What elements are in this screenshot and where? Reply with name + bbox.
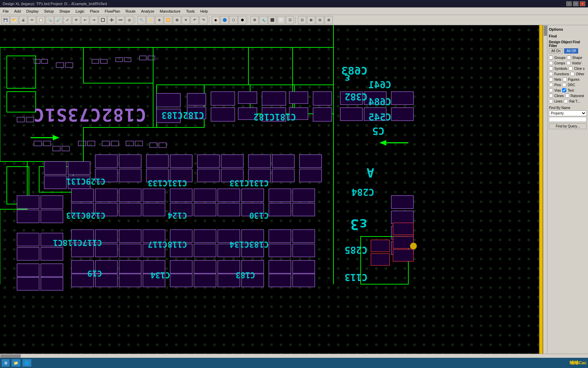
- checkbox-shape[interactable]: [567, 56, 571, 60]
- filter-item-vias: Vias: [549, 88, 561, 92]
- toolbar-button-39[interactable]: ⊞: [325, 16, 333, 24]
- pcb-scroll-thumb[interactable]: [544, 26, 547, 36]
- close-button[interactable]: ×: [580, 1, 585, 6]
- svg-rect-98: [17, 247, 39, 260]
- checkbox-row-4: SymbolsCline s: [549, 66, 587, 71]
- toolbar-button-33[interactable]: ⬜: [277, 16, 285, 24]
- toolbar-button-12[interactable]: ➕: [108, 16, 116, 24]
- checkbox-text[interactable]: [562, 88, 566, 92]
- toolbar-button-8[interactable]: ⟳: [72, 16, 80, 24]
- menu-item-route[interactable]: Route: [123, 7, 138, 15]
- toolbar-button-2[interactable]: 🖨: [19, 16, 27, 24]
- svg-rect-74: [17, 210, 39, 223]
- toolbar-button-32[interactable]: ⬛: [268, 16, 276, 24]
- checkbox-clines[interactable]: [569, 66, 573, 71]
- checkbox-vias[interactable]: [549, 88, 553, 92]
- toolbar-button-18[interactable]: ⊕: [155, 16, 163, 24]
- all-off-button[interactable]: All Off: [564, 48, 578, 53]
- toolbar-button-28[interactable]: ⬢: [238, 16, 246, 24]
- toolbar-button-4[interactable]: 📋: [37, 16, 45, 24]
- taskbar-btn-2[interactable]: 📁: [11, 359, 21, 367]
- toolbar-button-19[interactable]: 🔀: [164, 16, 172, 24]
- toolbar-button-16[interactable]: 🔧: [137, 16, 146, 24]
- toolbar-button-21[interactable]: ✕: [182, 16, 190, 24]
- checkbox-functions[interactable]: [549, 72, 553, 76]
- svg-rect-45: [289, 92, 308, 104]
- pcb-canvas[interactable]: C683 C641 C684 C545 С182С183 С181С182 С1…: [0, 25, 543, 354]
- taskbar-btn-3[interactable]: 🌐: [22, 359, 32, 367]
- find-by-name-select[interactable]: PropertyNetRefDesPin: [549, 110, 587, 116]
- checkbox-lines[interactable]: [549, 99, 553, 103]
- svg-rect-50: [44, 162, 66, 174]
- toolbar-button-5[interactable]: 🔍: [46, 16, 54, 24]
- toolbar-button-30[interactable]: ⚙: [250, 16, 259, 24]
- maximize-button[interactable]: □: [573, 1, 578, 6]
- toolbar-button-7[interactable]: ⤢: [63, 16, 71, 24]
- svg-rect-96: [17, 233, 39, 246]
- toolbar-button-37[interactable]: ⊠: [307, 16, 315, 24]
- toolbar-button-23[interactable]: ↷: [199, 16, 208, 24]
- gold-strip: [539, 25, 543, 354]
- checkbox-ratsnest[interactable]: [565, 94, 569, 98]
- toolbar-button-9[interactable]: ↩: [81, 16, 89, 24]
- taskbar-btn-1[interactable]: 🖥: [1, 359, 10, 367]
- checkbox-label-pins: Pins: [554, 83, 561, 87]
- menu-item-shape[interactable]: Shape: [56, 7, 73, 15]
- toolbar-button-26[interactable]: 🔵: [220, 16, 229, 24]
- menu-item-setup[interactable]: Setup: [41, 7, 56, 15]
- filter-item-comps: Comps: [549, 61, 565, 65]
- checkbox-row-6: FunctionsOther: [549, 71, 587, 77]
- svg-rect-126: [119, 260, 141, 273]
- svg-rect-44: [262, 92, 286, 105]
- svg-rect-37: [187, 93, 206, 105]
- svg-rect-102: [119, 230, 141, 243]
- minimize-button[interactable]: −: [566, 1, 572, 6]
- find-name-input[interactable]: [549, 117, 587, 122]
- checkbox-voids[interactable]: [567, 61, 571, 65]
- checkbox-comps[interactable]: [549, 61, 553, 65]
- pcb-vertical-scrollbar[interactable]: [543, 25, 547, 354]
- all-on-button[interactable]: All On: [549, 48, 563, 53]
- toolbar-button-14[interactable]: ◎: [125, 16, 133, 24]
- menu-item-analyze[interactable]: Analyze: [138, 7, 157, 15]
- toolbar-button-17[interactable]: ⚡: [146, 16, 154, 24]
- pcb-hscroll-thumb[interactable]: [0, 354, 21, 358]
- checkbox-groups[interactable]: [549, 56, 553, 60]
- toolbar-button-27[interactable]: ⬡: [229, 16, 238, 24]
- toolbar-button-22[interactable]: ↶: [191, 16, 199, 24]
- toolbar-button-1[interactable]: 📂: [10, 16, 18, 24]
- toolbar-button-0[interactable]: 💾: [1, 16, 10, 24]
- toolbar-button-36[interactable]: ⊡: [298, 16, 306, 24]
- toolbar-button-34[interactable]: ☑: [286, 16, 294, 24]
- menu-item-tools[interactable]: Tools: [183, 7, 198, 15]
- checkbox-drc[interactable]: [562, 83, 566, 87]
- toolbar-button-31[interactable]: 🔩: [259, 16, 267, 24]
- find-query-button[interactable]: Find by Query...: [549, 123, 587, 129]
- menu-item-file[interactable]: File: [0, 7, 12, 15]
- toolbar-button-3[interactable]: ✂: [28, 16, 36, 24]
- menu-item-manufacture[interactable]: Manufacture: [157, 7, 183, 15]
- toolbar-button-13[interactable]: ➖: [116, 16, 125, 24]
- menu-item-add[interactable]: Add: [12, 7, 24, 15]
- toolbar-button-6[interactable]: 🔎: [54, 16, 63, 24]
- toolbar-button-20[interactable]: ⊞: [173, 16, 181, 24]
- menu-item-display[interactable]: Display: [23, 7, 41, 15]
- toolbar-button-11[interactable]: 🔲: [99, 16, 107, 24]
- checkbox-nets[interactable]: [549, 77, 553, 81]
- menu-item-help[interactable]: Help: [197, 7, 211, 15]
- checkbox-symbols[interactable]: [549, 66, 553, 71]
- checkbox-clines[interactable]: [549, 94, 553, 98]
- menu-item-place[interactable]: Place: [87, 7, 102, 15]
- svg-rect-136: [170, 274, 192, 287]
- toolbar-button-38[interactable]: ⊟: [316, 16, 324, 24]
- toolbar-button-25[interactable]: ◆: [212, 16, 220, 24]
- checkbox-other[interactable]: [570, 72, 574, 76]
- checkbox-label-figures: Figures: [568, 78, 579, 81]
- menu-item-flowplan[interactable]: FlowPlan: [102, 7, 123, 15]
- checkbox-pins[interactable]: [549, 83, 553, 87]
- checkbox-figures[interactable]: [563, 77, 567, 81]
- pcb-horizontal-scrollbar[interactable]: [0, 354, 588, 358]
- menu-item-logic[interactable]: Logic: [73, 7, 87, 15]
- toolbar-button-10[interactable]: ↪: [90, 16, 98, 24]
- checkbox-ratt[interactable]: [564, 99, 568, 103]
